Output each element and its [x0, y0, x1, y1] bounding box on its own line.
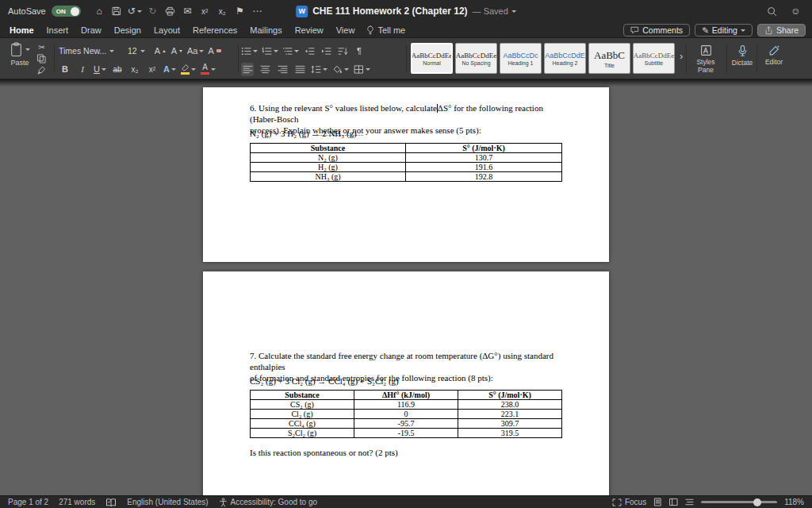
editing-button[interactable]: ✎ Editing [695, 24, 753, 37]
page-count-button[interactable]: Page 1 of 2 [8, 498, 48, 506]
multilevel-list-button[interactable] [282, 44, 299, 58]
style-no-spacing[interactable]: AaBbCcDdEe No Spacing [455, 43, 497, 74]
document-title-area[interactable]: W CHE 111 Homework 2 (Chapter 12) — Save… [296, 0, 516, 22]
font-size-select[interactable]: 12 [128, 46, 150, 56]
text-effects-button[interactable]: A [163, 63, 176, 76]
shading-button[interactable] [332, 63, 349, 76]
table-cell[interactable]: 238.0 [458, 400, 562, 410]
table-cell[interactable]: 192.8 [406, 172, 562, 182]
clear-formatting-button[interactable]: A [208, 44, 220, 58]
tab-design[interactable]: Design [114, 25, 141, 35]
outline-view-button[interactable] [685, 498, 694, 506]
table-cell[interactable]: NH₃ (g) [251, 172, 406, 182]
justify-button[interactable] [293, 63, 306, 76]
tab-draw[interactable]: Draw [81, 25, 102, 35]
mail-icon[interactable]: ✉ [181, 4, 194, 18]
focus-mode-button[interactable]: Focus [612, 498, 646, 506]
sort-button[interactable] [336, 44, 349, 58]
table-cell[interactable]: N₂ (g) [251, 153, 406, 163]
tab-review[interactable]: Review [295, 25, 324, 35]
print-icon[interactable] [163, 4, 177, 18]
search-icon[interactable] [765, 4, 779, 18]
strikethrough-button[interactable]: ab [111, 63, 124, 76]
undo-button[interactable]: ↺ [128, 4, 142, 18]
tab-view[interactable]: View [336, 25, 355, 35]
web-layout-view-button[interactable] [669, 498, 678, 506]
font-name-select[interactable]: Times New... [59, 46, 124, 56]
copy-button[interactable] [37, 54, 46, 64]
page-2[interactable]: 7. Calculate the standard free energy ch… [203, 271, 609, 495]
table-cell[interactable]: 191.6 [406, 163, 562, 172]
reaction-equation-1[interactable]: N₂ (g) + 3 H₂ (g) → 2 NH₃ (g) [250, 128, 569, 139]
autosave-toggle[interactable]: ON [52, 6, 81, 17]
highlight-button[interactable] [181, 63, 196, 76]
tab-references[interactable]: References [193, 25, 237, 35]
superscript-button[interactable]: x² [146, 63, 159, 76]
table-cell[interactable]: 0 [354, 410, 458, 419]
table-header-cell[interactable]: Substance [251, 144, 406, 153]
table-cell[interactable]: 223.1 [458, 410, 562, 419]
proofing-button[interactable] [105, 498, 117, 507]
feedback-smiley-icon[interactable]: ☺ [789, 4, 802, 18]
table-header-cell[interactable]: S° (J/mol·K) [458, 391, 562, 400]
table-cell[interactable]: H₂ (g) [251, 163, 406, 172]
style-normal[interactable]: AaBbCcDdEe Normal [411, 43, 453, 74]
subscript-icon[interactable]: x₂ [216, 4, 229, 18]
save-icon[interactable] [110, 4, 124, 18]
saved-status[interactable]: — Saved [473, 6, 516, 16]
table-header-cell[interactable]: ΔHf° (kJ/mol) [354, 391, 458, 400]
table-cell[interactable]: 309.7 [458, 419, 562, 429]
italic-button[interactable]: I [76, 63, 89, 76]
entropy-table[interactable]: Substance S° (J/mol·K) N₂ (g) 130.7 H₂ (… [250, 143, 562, 182]
document-canvas[interactable]: 6. Using the relevant S° values listed b… [0, 79, 812, 495]
zoom-slider[interactable] [701, 501, 777, 503]
table-cell[interactable]: CS₂ (g) [251, 400, 354, 410]
table-cell[interactable]: S₂Cl₂ (g) [251, 429, 354, 438]
align-right-button[interactable] [276, 63, 289, 76]
bullet-list-button[interactable] [241, 44, 258, 58]
format-painter-button[interactable] [37, 66, 46, 75]
flag-icon[interactable]: ⚑ [233, 4, 247, 18]
share-button[interactable]: Share [757, 24, 806, 37]
subscript-button[interactable]: x₂ [128, 63, 141, 76]
style-heading-1[interactable]: AaBbCcDc Heading 1 [500, 43, 542, 74]
table-header-cell[interactable]: S° (J/mol·K) [406, 144, 562, 153]
dictate-button[interactable]: Dictate [730, 44, 755, 67]
table-cell[interactable]: 116.9 [354, 400, 458, 410]
styles-gallery-expander[interactable]: › [680, 50, 683, 62]
tell-me-button[interactable]: Tell me [366, 25, 405, 35]
tab-layout[interactable]: Layout [154, 25, 180, 35]
tab-insert[interactable]: Insert [47, 25, 69, 35]
redo-button[interactable]: ↻ [146, 4, 159, 18]
thermodynamics-table[interactable]: Substance ΔHf° (kJ/mol) S° (J/mol·K) CS₂… [250, 390, 562, 438]
increase-indent-button[interactable] [320, 44, 332, 58]
table-header-cell[interactable]: Substance [251, 391, 354, 400]
question-7-followup[interactable]: Is this reaction spontaneous or not? (2 … [250, 447, 569, 458]
tab-home[interactable]: Home [10, 25, 34, 35]
zoom-slider-thumb[interactable] [753, 498, 761, 506]
grow-font-button[interactable]: A [154, 44, 167, 58]
print-layout-view-button[interactable] [653, 498, 662, 506]
page-1[interactable]: 6. Using the relevant S° values listed b… [203, 87, 609, 262]
change-case-button[interactable]: Aa [187, 44, 204, 58]
align-center-button[interactable] [259, 63, 271, 76]
tab-mailings[interactable]: Mailings [250, 25, 282, 35]
accessibility-button[interactable]: Accessibility: Good to go [219, 498, 318, 507]
borders-button[interactable] [354, 63, 370, 76]
table-cell[interactable]: -19.5 [354, 429, 458, 438]
style-title[interactable]: AaBbC Title [588, 43, 630, 74]
font-color-button[interactable]: A [201, 63, 216, 76]
styles-pane-button[interactable]: Styles Pane [688, 44, 723, 75]
style-subtitle[interactable]: AaBbCcDdEe Subtitle [633, 43, 675, 74]
table-cell[interactable]: 319.5 [458, 429, 562, 438]
table-cell[interactable]: CCl₄ (g) [251, 419, 354, 429]
bold-button[interactable]: B [59, 63, 71, 76]
show-formatting-marks-button[interactable]: ¶ [353, 44, 366, 58]
shrink-font-button[interactable]: A [170, 44, 183, 58]
line-spacing-button[interactable] [311, 63, 327, 76]
editor-button[interactable]: Editor [760, 44, 788, 67]
table-cell[interactable]: Cl₂ (g) [251, 410, 354, 419]
home-icon[interactable]: ⌂ [93, 4, 106, 18]
language-button[interactable]: English (United States) [127, 498, 208, 506]
word-count-button[interactable]: 271 words [59, 498, 95, 506]
